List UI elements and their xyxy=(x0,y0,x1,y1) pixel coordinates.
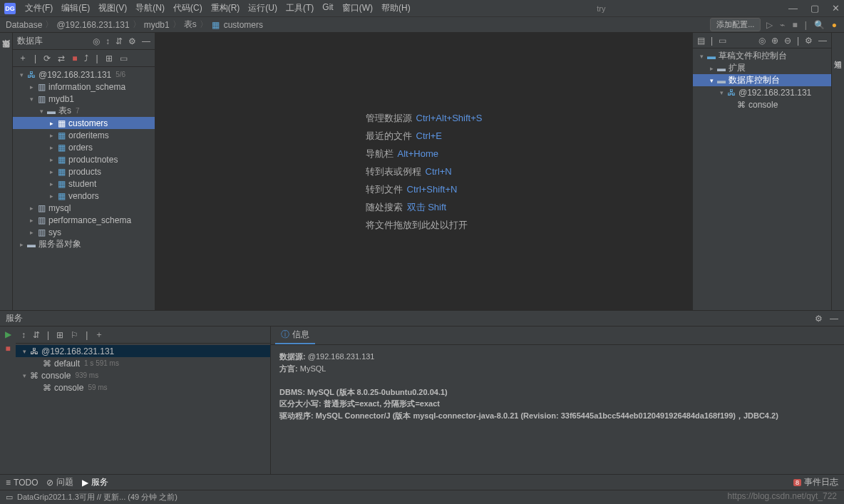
bookmark-icon[interactable]: ⚐ xyxy=(71,330,78,340)
chevron-icon[interactable]: ▸ xyxy=(17,241,26,248)
target-icon[interactable]: ◎ xyxy=(758,36,766,46)
tree-item-@192.168.231.131[interactable]: ▾🖧@192.168.231.1315/6 xyxy=(13,68,155,81)
service-item-console[interactable]: ▾⌘console939 ms xyxy=(16,369,270,381)
menu-item[interactable]: 代码(C) xyxy=(170,1,206,16)
sort-icon[interactable]: ↕ xyxy=(106,36,110,46)
database-tool-label[interactable]: 数据库 xyxy=(1,51,11,57)
add-icon[interactable]: ＋ xyxy=(95,329,103,341)
profile-icon[interactable]: ● xyxy=(830,19,838,31)
menu-item[interactable]: 导航(N) xyxy=(132,1,168,16)
main-menu[interactable]: 文件(F)编辑(E)视图(V)导航(N)代码(C)重构(R)运行(U)工具(T)… xyxy=(21,1,414,16)
tree-item-数据库控制台[interactable]: ▾▬数据库控制台 xyxy=(693,74,831,86)
close-icon[interactable]: ✕ xyxy=(832,3,840,14)
chevron-icon[interactable]: ▾ xyxy=(17,71,26,78)
menu-item[interactable]: 重构(R) xyxy=(207,1,244,16)
minimize-panel-icon[interactable]: — xyxy=(830,314,838,324)
search-icon[interactable]: 🔍 xyxy=(813,19,826,31)
menu-item[interactable]: 编辑(E) xyxy=(58,1,93,16)
expand-icon[interactable]: ⊞ xyxy=(106,53,113,63)
minimize-panel-icon[interactable]: — xyxy=(142,36,150,46)
menu-item[interactable]: 窗口(W) xyxy=(339,1,376,16)
tree-item-productnotes[interactable]: ▸▦productnotes xyxy=(13,153,155,165)
menu-item[interactable]: 文件(F) xyxy=(21,1,56,16)
tool-tab-服务[interactable]: ▶服务 xyxy=(82,476,108,488)
list-view-icon[interactable]: ▤ xyxy=(697,36,705,46)
run-config-button[interactable]: 添加配置... xyxy=(710,18,761,31)
target-icon[interactable]: ◎ xyxy=(93,36,100,46)
minimize-icon[interactable]: — xyxy=(788,3,798,14)
jump-icon[interactable]: ⤴ xyxy=(84,53,88,63)
menu-item[interactable]: 帮助(H) xyxy=(378,1,414,16)
folder-icon[interactable]: ▭ xyxy=(719,36,726,46)
chevron-icon[interactable]: ▸ xyxy=(47,120,56,127)
service-item-@192.168.231.131[interactable]: ▾🖧@192.168.231.131 xyxy=(16,345,270,357)
sync-icon[interactable]: ⇄ xyxy=(58,53,65,63)
chevron-icon[interactable]: ▾ xyxy=(27,96,36,103)
chevron-icon[interactable]: ▸ xyxy=(47,180,56,187)
tree-item-performance_schema[interactable]: ▸▥performance_schema xyxy=(13,214,155,226)
chevron-icon[interactable]: ▸ xyxy=(27,217,36,224)
add-datasource-icon[interactable]: ＋ xyxy=(19,52,27,64)
tree-item-console[interactable]: ⌘console xyxy=(693,98,831,110)
chevron-icon[interactable]: ▸ xyxy=(27,229,36,236)
tree-item-student[interactable]: ▸▦student xyxy=(13,178,155,190)
window-controls[interactable]: — ▢ ✕ xyxy=(788,3,840,14)
tree-item-服务器对象[interactable]: ▸▬服务器对象 xyxy=(13,238,155,250)
chevron-icon[interactable]: ▾ xyxy=(20,348,29,355)
sort-icon[interactable]: ↕ xyxy=(21,330,26,340)
tree-item-customers[interactable]: ▸▦customers xyxy=(13,117,155,129)
run-icon[interactable]: ▷ xyxy=(765,19,774,31)
tree-item-information_schema[interactable]: ▸▥information_schema xyxy=(13,81,155,93)
tree-item-orders[interactable]: ▸▦orders xyxy=(13,141,155,153)
tree-item-扩展[interactable]: ▸▬扩展 xyxy=(693,62,831,74)
editor-area[interactable]: 管理数据源Ctrl+Alt+Shift+S最近的文件Ctrl+E导航栏Alt+H… xyxy=(155,33,692,310)
run-icon[interactable]: ▶ xyxy=(5,329,11,339)
tree-item-products[interactable]: ▸▦products xyxy=(13,165,155,178)
chevron-icon[interactable]: ▾ xyxy=(697,53,706,60)
tree-item-草稿文件和控制台[interactable]: ▾▬草稿文件和控制台 xyxy=(693,50,831,62)
expand-icon[interactable]: ⊕ xyxy=(771,36,778,46)
service-item-console[interactable]: ⌘console59 ms xyxy=(16,381,270,394)
minimize-panel-icon[interactable]: — xyxy=(818,36,827,46)
tree-item-sys[interactable]: ▸▥sys xyxy=(13,226,155,238)
chevron-icon[interactable]: ▸ xyxy=(707,65,716,72)
filter-icon[interactable]: ⇵ xyxy=(115,36,123,46)
chevron-icon[interactable]: ▸ xyxy=(47,132,56,139)
chevron-icon[interactable]: ▸ xyxy=(47,156,56,163)
scratch-tree[interactable]: ▾▬草稿文件和控制台▸▬扩展▾▬数据库控制台▾🖧@192.168.231.131… xyxy=(693,48,831,310)
chevron-icon[interactable]: ▾ xyxy=(717,89,726,96)
tool-tab-TODO[interactable]: ≡TODO xyxy=(6,478,38,488)
console-icon[interactable]: ▭ xyxy=(120,53,128,63)
tab-info[interactable]: ⓘ 信息 xyxy=(275,326,315,344)
stop-icon[interactable]: ■ xyxy=(5,344,10,354)
debug-icon[interactable]: ⌁ xyxy=(778,19,786,31)
breadcrumb-item[interactable]: mydb1 xyxy=(144,20,170,30)
tree-item-mysql[interactable]: ▸▥mysql xyxy=(13,202,155,214)
tree-item-表s[interactable]: ▾▬表s7 xyxy=(13,105,155,117)
services-tree[interactable]: ▾🖧@192.168.231.131⌘default1 s 591 ms▾⌘co… xyxy=(16,344,270,395)
database-tool-icon[interactable]: ▦ xyxy=(2,38,10,48)
chevron-icon[interactable]: ▸ xyxy=(47,168,56,175)
tool-tabs-left[interactable]: ≡TODO⊘问题▶服务 xyxy=(6,476,108,488)
tool-tab-问题[interactable]: ⊘问题 xyxy=(46,476,73,488)
notification-icon[interactable]: ▭ xyxy=(6,493,13,502)
maximize-icon[interactable]: ▢ xyxy=(810,3,819,14)
menu-item[interactable]: 视图(V) xyxy=(95,1,130,16)
tool-tabs-right[interactable]: 8 事件日志 xyxy=(793,476,838,488)
collapse-icon[interactable]: ⊖ xyxy=(784,36,791,46)
tree-item-mydb1[interactable]: ▾▥mydb1 xyxy=(13,93,155,105)
tree-item-vendors[interactable]: ▸▦vendors xyxy=(13,190,155,202)
gear-icon[interactable]: ⚙ xyxy=(805,36,813,46)
chevron-icon[interactable]: ▾ xyxy=(20,372,29,379)
breadcrumb-item[interactable]: @192.168.231.131 xyxy=(56,20,129,30)
event-log-label[interactable]: 事件日志 xyxy=(804,476,838,488)
menu-item[interactable]: 运行(U) xyxy=(245,1,281,16)
menu-item[interactable]: 工具(T) xyxy=(282,1,317,16)
gear-icon[interactable]: ⚙ xyxy=(815,314,823,324)
filter-icon[interactable]: ⇵ xyxy=(33,330,40,340)
chevron-icon[interactable]: ▾ xyxy=(37,108,46,115)
disconnect-icon[interactable]: ■ xyxy=(72,53,77,63)
refresh-icon[interactable]: ⟳ xyxy=(43,53,51,63)
menu-item[interactable]: Git xyxy=(319,1,336,16)
chevron-icon[interactable]: ▸ xyxy=(27,205,36,212)
